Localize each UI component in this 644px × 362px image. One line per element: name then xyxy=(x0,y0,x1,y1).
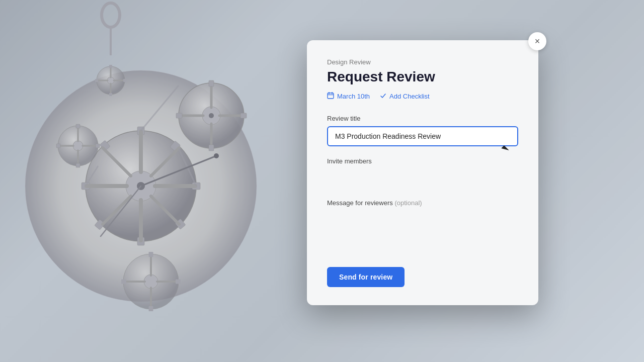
breadcrumb: Design Review xyxy=(327,58,518,66)
meta-row: March 10th Add Checklist xyxy=(327,92,518,101)
calendar-icon xyxy=(327,92,334,101)
invite-members-input-area[interactable] xyxy=(327,169,518,187)
check-icon xyxy=(380,93,386,101)
close-icon: × xyxy=(535,37,540,46)
svg-rect-70 xyxy=(328,93,334,99)
message-label: Message for reviewers (optional) xyxy=(327,199,518,207)
send-for-review-button[interactable]: Send for review xyxy=(327,267,405,287)
date-picker[interactable]: March 10th xyxy=(327,92,370,101)
date-label: March 10th xyxy=(337,93,370,100)
invite-members-label: Invite members xyxy=(327,157,518,165)
review-title-label: Review title xyxy=(327,115,518,122)
checklist-label: Add Checklist xyxy=(389,93,429,100)
review-title-input[interactable] xyxy=(327,126,518,146)
message-label-text: Message for reviewers xyxy=(327,199,393,207)
invite-members-section: Invite members xyxy=(327,157,518,187)
add-checklist[interactable]: Add Checklist xyxy=(380,93,429,101)
message-textarea[interactable] xyxy=(327,211,518,251)
request-review-modal: × Design Review Request Review March 10t… xyxy=(307,40,538,305)
optional-text: (optional) xyxy=(394,199,422,207)
review-title-field: Review title xyxy=(327,115,518,157)
modal-title: Request Review xyxy=(327,69,518,85)
close-button[interactable]: × xyxy=(528,32,546,50)
message-section: Message for reviewers (optional) xyxy=(327,199,518,253)
